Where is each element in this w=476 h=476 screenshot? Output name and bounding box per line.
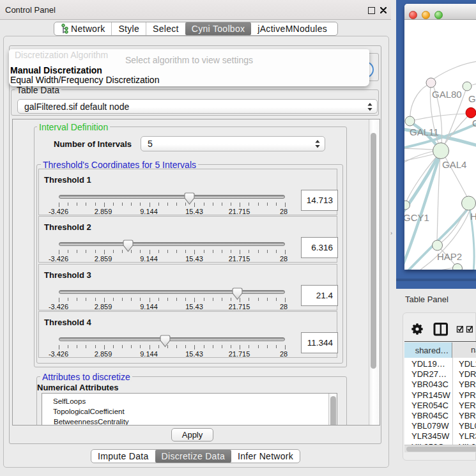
svg-text:GAL4: GAL4 xyxy=(442,159,466,170)
svg-text:H: H xyxy=(470,211,476,222)
svg-text:GAL11: GAL11 xyxy=(410,127,439,137)
svg-text:C: C xyxy=(472,118,476,128)
svg-text:GCY1: GCY1 xyxy=(404,212,429,223)
svg-text:G.: G. xyxy=(468,93,476,104)
svg-text:GAL80: GAL80 xyxy=(432,89,462,100)
svg-text:HAP2: HAP2 xyxy=(437,251,462,262)
